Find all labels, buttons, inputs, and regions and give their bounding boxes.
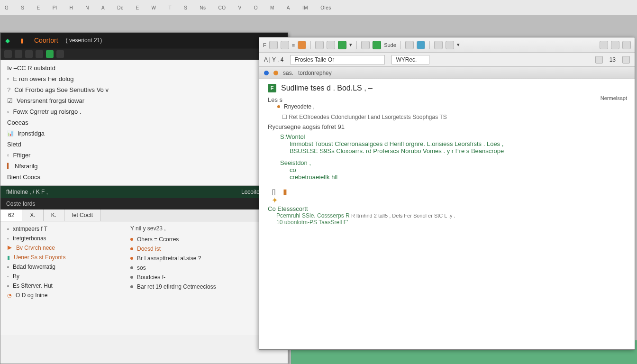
doc-title: Sudlime tses d . Bod.LS , – xyxy=(281,84,373,92)
doc-line: Rycursegne aogsis fofret 91 xyxy=(268,123,626,130)
doc-toolbar: F ≡ ▾ Sude ▾ xyxy=(259,37,635,53)
tab[interactable]: X. xyxy=(22,209,43,221)
tab[interactable]: K. xyxy=(44,209,64,221)
caret-icon: ▮ xyxy=(283,187,290,194)
toolbar-button[interactable] xyxy=(622,41,631,49)
doc-meta: Nermelsapt xyxy=(601,95,627,101)
bullet-icon xyxy=(277,105,280,108)
toolbar-button[interactable] xyxy=(56,50,64,58)
toolbar-button[interactable] xyxy=(417,41,425,49)
tab[interactable]: 62 xyxy=(0,209,22,221)
background-menu-strip: GSEPlHNADcEWTSNsCOVOMAIMOles xyxy=(0,0,637,15)
tree-item[interactable]: Irpnstidga xyxy=(0,128,288,139)
tree-item[interactable]: Bient Coocs xyxy=(0,172,288,182)
doc-line: crebetroaeiellk hll xyxy=(290,173,626,181)
subbar-button[interactable] xyxy=(595,56,603,64)
document-body: F Sudlime tses d . Bod.LS , – Nermelsapt… xyxy=(259,79,635,226)
doc-line: Les s xyxy=(268,96,626,103)
toolbar-button[interactable] xyxy=(36,50,43,58)
list-item[interactable]: ▮Uener Ss st Eoyonts xyxy=(0,253,124,262)
subbar-button[interactable] xyxy=(622,56,630,64)
app-icon: ◆ xyxy=(5,37,10,44)
run-button[interactable] xyxy=(46,50,54,58)
doc-line: Rnyeodete , xyxy=(277,103,626,110)
separator xyxy=(310,41,311,49)
separator xyxy=(356,41,357,49)
separator xyxy=(429,41,430,49)
tree-item[interactable]: Iv –CC R oulstotd xyxy=(0,63,288,73)
separator xyxy=(400,41,401,49)
doc-line: Immobst Tobust Cfcerronasalgces d Herifl… xyxy=(290,140,626,147)
window-dot-icon xyxy=(273,71,278,75)
doc-icon-row: ▯ ▮ xyxy=(272,187,626,194)
tree-item[interactable]: Fowx Cgrretr ug rolsrgo . xyxy=(0,106,288,117)
toolbar-button[interactable] xyxy=(361,41,370,49)
project-title: Coortort xyxy=(34,36,58,44)
toolbar-button[interactable] xyxy=(434,41,443,49)
panel-subtitle: Coste Iords xyxy=(0,198,288,209)
toolbar-button[interactable] xyxy=(327,41,335,49)
tab[interactable]: let Coctt xyxy=(64,209,101,221)
doc-line: co xyxy=(290,166,626,173)
type-field[interactable]: WYRec. xyxy=(391,55,429,64)
toolbar-button[interactable] xyxy=(338,41,346,49)
doc-line: ☐ Ret EOlroeodes Cdonclungder l.and Lsor… xyxy=(282,114,626,120)
toolbar-button[interactable] xyxy=(298,41,306,49)
address-host: sas. xyxy=(283,70,293,76)
tree-item[interactable]: Sietd xyxy=(0,139,288,150)
toolbar-button[interactable] xyxy=(405,41,414,49)
tree-item[interactable]: Col Frorbo ags Soe Senuttivs Vo v xyxy=(0,84,288,95)
address-path: tordonrephey xyxy=(298,70,332,76)
panel-title: fMInelne , / K F , xyxy=(6,189,48,195)
project-tree: Iv –CC R oulstotd E ron owers Fer dolog … xyxy=(0,60,288,186)
toolbar-label: F xyxy=(263,42,266,48)
tree-item[interactable]: E ron owers Fer dolog xyxy=(0,73,288,84)
breadcrumb: A | Y . 4 xyxy=(264,56,283,63)
toolbar-button[interactable] xyxy=(269,41,278,49)
project-window-titlebar[interactable]: ◆ ▮ Coortort ( veseriont 21) ⟳ ≡ xyxy=(0,33,288,48)
list-item[interactable]: ◔O D og Inine xyxy=(0,291,124,300)
toolbar-button[interactable] xyxy=(15,50,22,58)
toolbar-button[interactable] xyxy=(315,41,324,49)
doc-icon-row: ✦ xyxy=(272,196,626,202)
project-subtitle: ( veseriont 21) xyxy=(66,37,102,44)
list-item[interactable]: ▫By xyxy=(0,272,124,281)
inner-chrome-bar: sas. tordonrephey xyxy=(259,67,635,79)
results-panel: ▫xntmpeers f T ▫tretgterbonas ⯈Bv Crvrch… xyxy=(0,221,288,335)
toolbar-button[interactable] xyxy=(446,41,454,49)
doc-block: Co Etessscortt Pcemruhl SSle. Cossserps … xyxy=(268,205,626,226)
window-dot-icon xyxy=(264,71,269,75)
tree-item[interactable]: Vensrsnent frorgsl tiowar xyxy=(0,95,288,106)
toolbar-button[interactable] xyxy=(4,50,12,58)
doc-keyword: Seeistdon , xyxy=(280,159,626,166)
app-icon-2: ▮ xyxy=(20,37,24,44)
list-item[interactable]: ▫xntmpeers f T xyxy=(0,224,124,234)
list-item[interactable]: ▫tretgterbonas xyxy=(0,234,124,243)
list-item[interactable]: ⯈Bv Crvrch nece xyxy=(0,243,124,253)
block-line: Pcemruhl SSle. Cossserps R R ltrrihnd 2 … xyxy=(276,212,626,219)
tree-item[interactable]: Fftiger xyxy=(0,150,288,161)
record-button[interactable] xyxy=(373,41,381,49)
toolbar-button[interactable] xyxy=(611,41,619,49)
doc-badge-icon: F xyxy=(268,84,276,92)
tree-item[interactable]: Coeeas xyxy=(0,117,288,128)
bottom-tabs: 62 X. K. let Coctt xyxy=(0,209,288,221)
project-window: ◆ ▮ Coortort ( veseriont 21) ⟳ ≡ Iv –CC … xyxy=(0,32,288,364)
star-icon: ✦ xyxy=(272,196,278,202)
list-item[interactable]: ▫Es Sfterver. Hut xyxy=(0,281,124,291)
toolbar-text: Sude xyxy=(384,42,396,48)
block-line: 10 ubonlotm-PS TaasSrell F' xyxy=(276,219,626,226)
title-field[interactable]: Frosies Taile Or xyxy=(290,55,385,64)
tree-item[interactable]: ▍Nfsrarilg xyxy=(0,161,288,172)
toolbar-button[interactable] xyxy=(25,50,33,58)
list-item[interactable]: ▫Bdad fowverratig xyxy=(0,262,124,272)
toolbar-button[interactable] xyxy=(281,41,289,49)
project-toolbar xyxy=(0,48,288,60)
doc-subbar: A | Y . 4 Frosies Taile Or WYRec. 13 xyxy=(259,53,635,67)
document-window: F ≡ ▾ Sude ▾ A | Y . 4 Frosies Taile Or … xyxy=(259,37,635,350)
marker-icon: ▯ xyxy=(272,187,278,194)
toolbar-button[interactable] xyxy=(600,41,608,49)
doc-line: BSUSLSE S9Ss Cloxoarrs. rd Proferscs Nor… xyxy=(290,147,626,155)
doc-keyword: S:Wontol xyxy=(280,133,626,140)
block-heading: Co Etessscortt xyxy=(268,205,626,212)
